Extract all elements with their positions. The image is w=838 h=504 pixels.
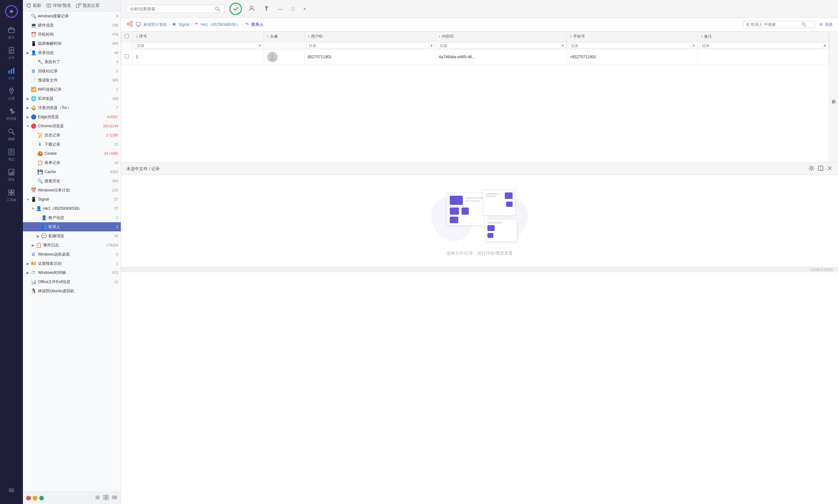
expand-icon-tor[interactable]: ▶ [25,106,30,110]
tree-item-tor[interactable]: ▶ 🧅 洋葱浏览器（Tor） 7 [23,103,121,112]
tree-count: 25 [114,234,118,238]
tree-label: 表单记录 [44,160,113,166]
grid-view-button[interactable] [103,494,109,501]
sidebar-item-search[interactable]: 搜索 [0,124,23,144]
tree-item-chrome-download[interactable]: ⬇ 下载记录 13 [23,140,121,149]
breadcrumb-he1[interactable]: He1（85259308538） [201,22,239,28]
breadcrumb-search-box[interactable] [743,21,815,28]
tree-item-chrome-cookie[interactable]: 🍪 Cookie 24 /1885 [23,149,121,158]
row-checkbox[interactable] [125,54,129,58]
pin-button[interactable] [262,5,271,13]
expand-icon-expand[interactable]: ▶ [25,51,30,55]
tree-item-edge[interactable]: ▶ 🔵 Edge浏览器 4/3557 [23,112,121,122]
expand-icon-cert[interactable]: ▶ [25,262,30,266]
file-icon [7,46,16,55]
close-button[interactable]: × [301,5,308,12]
sidebar-item-timeline[interactable]: 时间线 [0,104,23,124]
tree-item-screen[interactable]: 📱 熄屏唤醒时间 459 [23,39,121,48]
preview-close-button[interactable] [827,165,833,172]
refresh-icon [26,3,32,8]
expand-icon-ie[interactable]: ▶ [25,97,30,101]
dot-red [26,496,31,500]
svg-rect-44 [106,498,108,500]
select-all-checkbox[interactable] [125,34,129,38]
preview-position-button[interactable]: 预览位置 [76,3,100,8]
sidebar-item-analyze[interactable]: 分析 [0,64,23,83]
sidebar-item-menu[interactable] [5,483,17,498]
tree-item-cert[interactable]: ▶ 🎫 证据报套识别 1 [23,259,121,268]
sidebar-item-location[interactable]: 位置 [0,84,23,104]
tree-item-recycle[interactable]: 🗑 回收站记录 2 [23,67,121,76]
tree-item-windows-remote[interactable]: 🖥 Windows远程桌面 5 [23,250,121,259]
tree-item-event-log[interactable]: ▶ 📋 事件日志 174254 [23,240,121,250]
tree-item-hardware[interactable]: 💻 硬件信息 238 [23,21,121,30]
minimize-button[interactable]: — [276,5,285,12]
set-column-panel[interactable]: 设列 [829,32,838,162]
detail-preview-button[interactable]: 详情/预览 [46,3,71,8]
filter-internalid-input[interactable] [437,42,560,49]
user-button[interactable] [247,5,257,13]
breadcrumb-signal[interactable]: Signal [178,22,189,27]
tree-item-ubuntu-vm[interactable]: 🐧 林浚熙Ubuntu虚拟机 [23,286,121,295]
breadcrumb-computer[interactable]: 林浚熙计算机 [143,22,167,28]
preview-actions [808,165,833,172]
illus-block-2 [450,208,459,215]
tree-item-office-exif[interactable]: 📊 Office文件Exif信息 12 [23,277,121,286]
search-box[interactable] [126,4,225,13]
sidebar-item-case[interactable]: 案件 [0,23,23,42]
check-status-icon[interactable] [230,3,242,15]
tree-item-he1[interactable]: ▼ 👤 He1（85259308538） 27 [23,204,121,213]
illus-block-5 [505,193,513,199]
tree-item-windows-search[interactable]: 🔍 windows搜索记录 9 [23,12,121,21]
filter-userid-input[interactable] [306,42,429,49]
table-area[interactable]: ≡ 序号 ≡ 头像 [121,32,829,162]
filter-phone-input[interactable] [569,42,692,49]
advanced-button[interactable]: 高级 [818,22,833,28]
sort-up-button[interactable] [95,494,101,501]
sidebar-item-file[interactable]: 文件 [0,43,23,63]
refresh-button[interactable]: 刷新 [26,3,41,8]
expand-icon-el[interactable]: ▶ [31,244,35,247]
tree-label: 下载记录 [44,142,113,147]
tree-item-patch[interactable]: 🔧 系统补丁 4 [23,57,121,67]
list-view-button[interactable] [112,494,118,501]
tree-item-private-msg[interactable]: ▶ 💬 私聊消息 25 [23,231,121,240]
tree-item-chrome-form[interactable]: 📋 表单记录 23 [23,158,121,167]
screen-icon: 📱 [30,40,37,47]
tree-item-wifi[interactable]: 📶 WiFi连接记录 1 [23,85,121,94]
tree-item-chrome-history[interactable]: 📜 历史记录 2 /1285 [23,130,121,140]
tree-item-chrome-cache[interactable]: 💾 Cache 9359 [23,167,121,176]
table-row[interactable]: 1 85270711901 4a7464da-e465-46... +85270… [122,50,829,65]
tree-item-signal[interactable]: ▼ 📱 Signal 27 [23,195,121,204]
sidebar-item-notes[interactable]: 笔记 [0,145,23,164]
sidebar-item-report[interactable]: 报告 [0,165,23,184]
expand-icon-edge[interactable]: ▶ [25,115,30,119]
expand-icon-he1[interactable]: ▼ [31,207,35,211]
tree-item-chrome-search[interactable]: 🔍 搜索历史 584 [23,176,121,185]
tree-item-windows-task[interactable]: 📅 Windows任务计划 210 [23,185,121,195]
expand-icon-signal[interactable]: ▼ [25,198,30,201]
tree-item-windows-timeline[interactable]: ▶ ⏱ Windows时间轴 972 [23,268,121,277]
filter-notes-input[interactable] [699,42,823,49]
contact-breadcrumb-icon [245,22,250,28]
breadcrumb-search-input[interactable] [746,22,802,27]
tree-item-chrome[interactable]: ▼ 🔴 Chrome浏览器 26/13149 [23,122,121,130]
expand-icon-pm[interactable]: ▶ [36,234,40,238]
tree-item-account-info[interactable]: 👤 账户信息 1 [23,213,121,222]
tree-item-boot[interactable]: ⏰ 开机时间 476 [23,30,121,39]
expand-icon-wt[interactable]: ▶ [25,271,30,274]
expand-icon-chrome[interactable]: ▼ [25,124,30,128]
tree-item-contacts[interactable]: 👥 联系人 1 [23,222,121,231]
tree-item-prefetch[interactable]: 📄 预读取文件 305 [23,76,121,85]
tree-item-login[interactable]: ▶ 👤 登录信息 34 [23,48,121,57]
preview-layout-button[interactable] [818,165,824,172]
preview-gear-button[interactable] [808,165,815,172]
maximize-button[interactable]: □ [290,5,296,12]
search-input[interactable] [130,6,215,12]
filter-seq-input[interactable] [135,42,257,49]
tree-count: 7 [116,106,118,110]
filter-userid-icon: ▼ [430,44,433,48]
tree-label: 联系人 [49,224,115,230]
tree-item-ie[interactable]: ▶ 🌐 IE浏览器 193 [23,94,121,103]
sidebar-item-tools[interactable]: 工具箱 [0,185,23,205]
